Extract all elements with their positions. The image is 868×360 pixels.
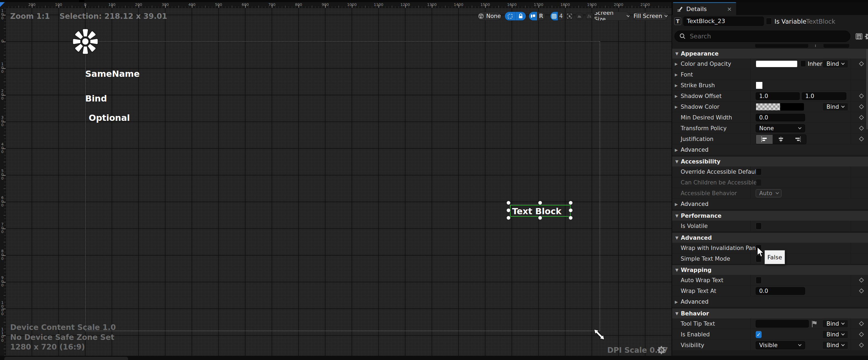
chevron-down-icon — [841, 321, 845, 325]
reset-diamond-icon[interactable] — [859, 61, 864, 66]
resize-handle-s[interactable] — [538, 216, 542, 220]
selection-lock-toggle[interactable] — [505, 11, 526, 21]
expander-icon[interactable]: ▶ — [675, 73, 678, 77]
flip-preview-button[interactable] — [585, 12, 593, 20]
tool-tip-text-input[interactable] — [756, 320, 809, 328]
chevron-down-icon — [841, 61, 845, 65]
canvas-text-bind[interactable]: Bind — [85, 93, 107, 104]
shadow-offset-x-input[interactable]: 1.0 — [756, 92, 800, 100]
is-volatile-checkbox[interactable] — [756, 223, 762, 229]
selected-widget-outline[interactable]: Text Block — [510, 205, 570, 217]
visibility-dropdown[interactable]: Visible — [756, 341, 805, 349]
grid-snap-icon[interactable] — [551, 12, 558, 20]
section-header-appearance[interactable]: ▼ Appearance — [672, 48, 868, 58]
section-header-accessibility[interactable]: ▼ Accessibility — [672, 156, 868, 166]
wrap-text-at-input[interactable]: 0.0 — [756, 287, 805, 295]
bind-button[interactable]: Bind — [823, 320, 848, 328]
transform-policy-dropdown[interactable]: None — [756, 124, 805, 132]
resize-handle-w[interactable] — [506, 208, 510, 212]
bind-button[interactable]: Bind — [823, 60, 848, 68]
reset-diamond-icon[interactable] — [859, 126, 864, 131]
justify-right-button[interactable] — [789, 135, 806, 144]
color-opacity-swatch[interactable] — [756, 60, 798, 67]
fill-screen-dropdown[interactable]: Fill Screen — [633, 11, 668, 21]
is-variable-checkbox[interactable] — [766, 18, 772, 25]
section-header-behavior[interactable]: ▼ Behavior — [672, 308, 868, 319]
override-accessible-defaults-checkbox[interactable] — [756, 168, 762, 175]
shadow-color-swatch[interactable] — [756, 103, 804, 111]
settings-gear-icon[interactable] — [865, 32, 868, 40]
grid-snap-toggle[interactable]: 4 — [550, 11, 565, 21]
screen-size-dropdown[interactable]: Screen Size — [594, 11, 630, 21]
triangle-right-icon: ▶ — [675, 300, 678, 304]
design-area-resize-arrow-icon[interactable] — [593, 328, 606, 341]
localization-flag-icon[interactable] — [811, 321, 817, 328]
reset-diamond-icon[interactable] — [859, 104, 864, 109]
expander-icon[interactable]: ▶ — [675, 105, 678, 109]
row-advanced-wrapping[interactable]: ▶ Advanced — [672, 296, 868, 307]
bind-button[interactable]: Bind — [823, 103, 848, 111]
search-input[interactable]: Search — [675, 31, 850, 42]
widget-name-input[interactable]: TextBlock_23 — [683, 17, 764, 26]
section-header-performance[interactable]: ▼ Performance — [672, 211, 868, 221]
row-accessible-behavior: Accessible Behavior Auto — [672, 188, 868, 199]
marquee-select-icon[interactable] — [505, 12, 516, 20]
ruler-label: 1000 — [1, 301, 4, 316]
lock-icon[interactable] — [516, 12, 526, 20]
justify-left-button[interactable] — [756, 135, 773, 144]
section-header-wrapping[interactable]: ▼ Wrapping — [672, 265, 868, 275]
is-enabled-checkbox[interactable]: ✓ — [756, 331, 762, 338]
details-scrollbar[interactable] — [866, 49, 868, 130]
resize-handle-e[interactable] — [569, 208, 573, 212]
reset-diamond-icon[interactable] — [859, 332, 864, 337]
preview-background-button[interactable] — [576, 12, 583, 20]
widget-outlines-icon[interactable] — [529, 12, 537, 20]
row-advanced-appearance[interactable]: ▶ Advanced — [672, 144, 868, 155]
search-placeholder: Search — [690, 33, 711, 40]
resize-handle-nw[interactable] — [506, 201, 510, 205]
surface-selector-button[interactable]: None — [477, 11, 501, 21]
throbber-widget[interactable] — [72, 28, 99, 55]
designer-canvas[interactable]: SameName Bind Optional Text Block Zoom 1… — [0, 0, 672, 360]
reset-diamond-icon[interactable] — [859, 115, 864, 120]
reset-diamond-icon[interactable] — [859, 288, 864, 293]
reset-diamond-icon[interactable] — [859, 321, 864, 326]
min-desired-width-input[interactable]: 0.0 — [756, 114, 805, 121]
canvas-text-textblock[interactable]: Text Block — [512, 206, 561, 216]
reset-diamond-icon[interactable] — [859, 136, 864, 141]
resize-handle-ne[interactable] — [569, 201, 573, 205]
reset-diamond-icon[interactable] — [859, 93, 864, 98]
canvas-text-samename[interactable]: SameName — [85, 69, 140, 79]
strike-brush-swatch[interactable] — [756, 82, 763, 89]
dpi-settings-gear-icon[interactable] — [657, 346, 666, 354]
justify-center-button[interactable] — [773, 135, 789, 144]
bind-button[interactable]: Bind — [823, 330, 848, 338]
widget-outlines-toggle[interactable]: R — [529, 11, 545, 21]
canvas-text-optional[interactable]: Optional — [89, 113, 130, 123]
auto-wrap-text-checkbox[interactable] — [756, 277, 762, 284]
ruler-label: 200 — [135, 2, 142, 7]
expander-icon[interactable]: ▶ — [675, 83, 678, 87]
display-filter-icon[interactable] — [856, 33, 863, 40]
row-advanced-accessibility[interactable]: ▶ Advanced — [672, 199, 868, 210]
expander-icon[interactable]: ▶ — [675, 94, 678, 98]
resize-handle-se[interactable] — [569, 216, 573, 220]
grid-snap-size-label[interactable]: 4 — [558, 12, 564, 20]
shadow-offset-y-input[interactable]: 1.0 — [802, 92, 846, 100]
reset-diamond-icon[interactable] — [859, 278, 864, 282]
selection-size-label: Selection: 218.12 x 39.01 — [60, 12, 167, 21]
reset-diamond-icon[interactable] — [859, 342, 864, 348]
animations-panel-tab-sliver[interactable] — [4, 357, 128, 360]
ruler-label: 1700 — [534, 2, 544, 7]
section-header-advanced[interactable]: ▼ Advanced — [672, 232, 868, 243]
tab-details[interactable]: Details × — [673, 2, 736, 15]
close-icon[interactable]: × — [727, 6, 732, 12]
bind-button[interactable]: Bind — [823, 341, 848, 349]
resize-handle-n[interactable] — [538, 201, 542, 205]
respect-locks-label[interactable]: R — [537, 12, 545, 20]
select-widget-mode-button[interactable] — [565, 12, 574, 20]
mouse-cursor-icon — [757, 247, 766, 258]
inherit-checkbox[interactable] — [801, 60, 806, 67]
resize-handle-sw[interactable] — [506, 216, 510, 220]
expander-icon[interactable]: ▶ — [675, 62, 678, 66]
